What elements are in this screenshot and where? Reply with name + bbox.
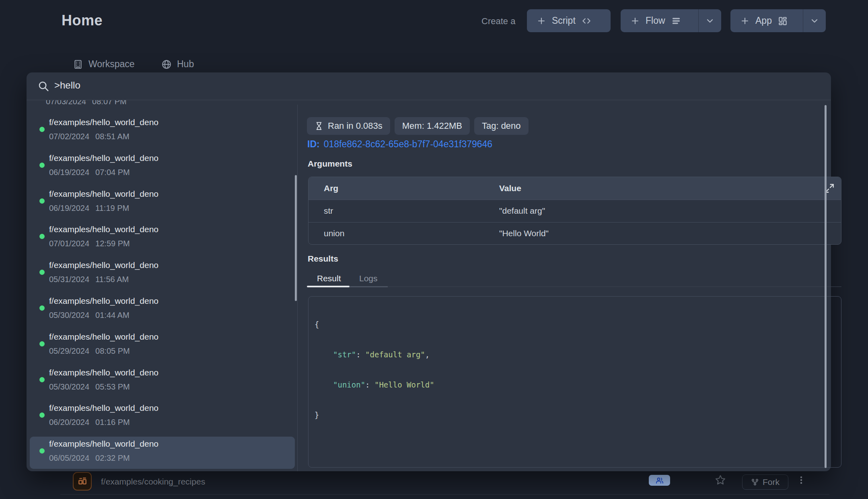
tab-workspace[interactable]: Workspace [73, 59, 135, 70]
run-stats-badges: Ran in 0.083s Mem: 1.422MB Tag: deno [307, 117, 529, 135]
run-list-item[interactable]: f/examples/hello_world_deno 06/19/202407… [30, 151, 295, 183]
run-list-item[interactable]: f/examples/hello_world_deno 05/30/202405… [30, 365, 295, 398]
run-item-timestamp-clipped: 07/03/202408:07 PM [46, 100, 127, 106]
create-app-label: App [755, 15, 772, 26]
tab-result[interactable]: Result [317, 274, 341, 283]
run-item-path: f/examples/hello_world_deno [49, 368, 158, 377]
run-list-item[interactable]: f/examples/hello_world_deno 05/31/202411… [30, 258, 295, 290]
run-item-path: f/examples/hello_world_deno [49, 189, 158, 199]
tab-hub[interactable]: Hub [161, 59, 194, 70]
row-divider [60, 494, 829, 495]
globe-icon [161, 59, 172, 70]
tab-logs[interactable]: Logs [359, 274, 378, 283]
run-item-timestamp: 06/05/202402:32 PM [49, 454, 130, 462]
favorite-star-icon[interactable] [714, 474, 726, 488]
create-app-button[interactable]: App [730, 9, 803, 32]
run-item-path: f/examples/hello_world_deno [49, 296, 158, 306]
tab-workspace-label: Workspace [88, 59, 135, 70]
memory-badge: Mem: 1.422MB [395, 117, 470, 135]
modal-scrollbar[interactable] [825, 105, 827, 468]
run-item-timestamp: 06/20/202401:16 PM [49, 418, 130, 427]
run-list-item[interactable]: f/examples/hello_world_deno 07/01/202412… [30, 222, 295, 254]
inactive-tab-indicator [350, 286, 388, 287]
more-options-icon[interactable] [796, 475, 806, 487]
building-icon [73, 59, 83, 70]
success-status-dot [39, 234, 45, 239]
run-item-path: f/examples/hello_world_deno [49, 332, 158, 342]
run-item-timestamp: 05/30/202401:44 AM [49, 311, 130, 320]
run-list-item[interactable]: f/examples/hello_world_deno 06/20/202401… [30, 401, 295, 433]
arg-column-header: Arg [324, 184, 338, 193]
success-status-dot [39, 305, 45, 311]
flow-bars-icon [671, 16, 681, 26]
create-script-button[interactable]: Script [527, 9, 611, 32]
success-status-dot [39, 377, 45, 382]
results-section-label: Results [308, 254, 338, 264]
success-status-dot [39, 127, 45, 132]
create-app-split-button[interactable]: App [730, 9, 826, 32]
arg-name-cell: str [324, 206, 333, 216]
success-status-dot [39, 270, 45, 275]
arg-name-cell: union [324, 229, 344, 238]
run-id[interactable]: ID:018fe862-8c62-65e8-b7f7-04e31f379646 [307, 139, 492, 150]
flow-dropdown-caret[interactable] [699, 9, 721, 32]
arguments-table-header: Arg Value [309, 177, 841, 200]
run-item-timestamp: 06/19/202411:19 PM [49, 204, 129, 212]
create-flow-button[interactable]: Flow [621, 9, 698, 32]
search-icon [37, 80, 49, 92]
plus-icon [740, 16, 750, 26]
run-item-timestamp: 05/30/202405:53 PM [49, 383, 130, 391]
success-status-dot [39, 341, 45, 346]
run-list-item[interactable]: f/examples/hello_world_deno 06/05/202402… [30, 437, 295, 469]
tag-badge: Tag: deno [474, 117, 529, 135]
run-list-item[interactable]: f/examples/hello_world_deno 07/02/202408… [30, 115, 295, 147]
duration-badge: Ran in 0.083s [307, 117, 390, 135]
arguments-table: Arg Value str "default arg" union "Hello… [308, 177, 841, 245]
run-item-path: f/examples/hello_world_deno [49, 260, 158, 270]
run-item-timestamp: 05/31/202411:56 AM [49, 275, 129, 284]
tab-hub-label: Hub [177, 59, 194, 70]
search-modal: >hello 07/03/202408:07 PM f/examples/hel… [27, 72, 831, 471]
run-list-item[interactable]: f/examples/hello_world_deno 05/29/202408… [30, 330, 295, 362]
run-item-timestamp: 05/29/202408:05 PM [49, 347, 130, 355]
app-item-path: f/examples/cooking_recipes [101, 477, 205, 487]
json-entry: "union": "Hello World" [315, 380, 841, 390]
plus-icon [537, 16, 546, 26]
users-icon [656, 476, 664, 485]
app-dropdown-caret[interactable] [803, 9, 826, 32]
shared-users-badge [649, 475, 670, 486]
json-close-brace: } [315, 410, 319, 419]
run-list-item[interactable]: f/examples/hello_world_deno 06/19/202411… [30, 187, 295, 219]
page-title: Home [62, 12, 103, 29]
run-list-item[interactable]: f/examples/hello_world_deno 05/30/202401… [30, 294, 295, 326]
success-status-dot [39, 198, 45, 204]
json-open-brace: { [315, 320, 319, 329]
arguments-section-label: Arguments [308, 159, 352, 169]
code-icon [581, 16, 592, 26]
active-tab-indicator [307, 286, 350, 287]
dashboard-icon [777, 16, 788, 26]
run-item-path: f/examples/hello_world_deno [49, 403, 158, 413]
create-flow-split-button[interactable]: Flow [621, 9, 721, 32]
result-json-viewer[interactable]: { "str": "default arg", "union": "Hello … [308, 296, 841, 468]
run-id-value[interactable]: 018fe862-8c62-65e8-b7f7-04e31f379646 [324, 139, 492, 149]
search-bar[interactable]: >hello [27, 72, 831, 100]
arg-value-cell: "Hello World" [499, 229, 549, 238]
chevron-down-icon [705, 16, 715, 26]
run-item-path: f/examples/hello_world_deno [49, 153, 158, 163]
success-status-dot [39, 412, 45, 418]
windmill-home-page: Home Create a Script Flow [0, 0, 868, 499]
run-item-path: f/examples/hello_world_deno [49, 118, 158, 127]
fork-button-label: Fork [763, 477, 780, 487]
app-item-icon [73, 472, 92, 491]
run-list-scrollbar[interactable] [295, 175, 297, 301]
run-history-list[interactable]: 07/03/202408:07 PM f/examples/hello_worl… [27, 100, 297, 471]
git-fork-icon [751, 478, 759, 486]
fork-button[interactable]: Fork [742, 474, 788, 490]
table-row: str "default arg" [309, 200, 841, 222]
run-id-label: ID: [307, 139, 320, 149]
table-row: union "Hello World" [309, 222, 841, 245]
search-input[interactable]: >hello [54, 80, 80, 91]
success-status-dot [39, 163, 45, 168]
create-flow-label: Flow [646, 15, 665, 26]
